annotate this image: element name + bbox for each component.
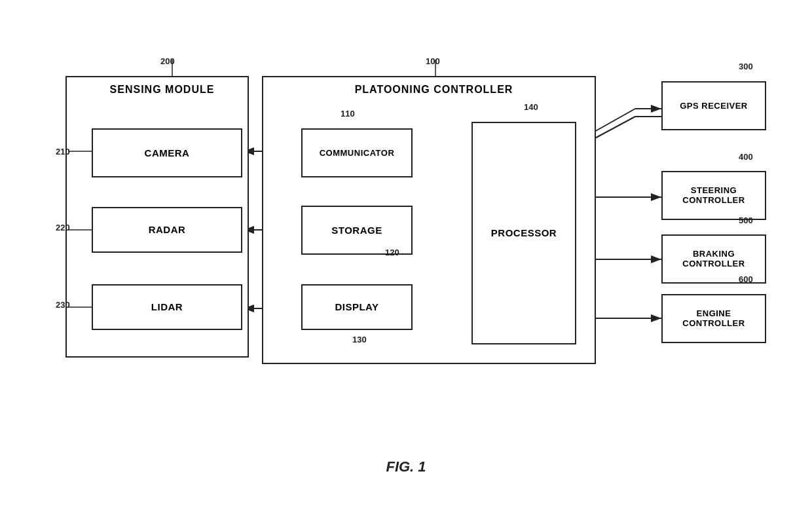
processor-block: PROCESSOR xyxy=(471,122,576,344)
steering-controller-block: STEERING CONTROLLER xyxy=(661,171,766,220)
engine-controller-block: ENGINE CONTROLLER xyxy=(661,294,766,343)
camera-block: CAMERA xyxy=(92,128,242,177)
communicator-block: COMMUNICATOR xyxy=(301,128,413,177)
label-200: 200 xyxy=(160,56,175,66)
lidar-block: LIDAR xyxy=(92,284,242,330)
sensing-module-label: SENSING MODULE xyxy=(110,84,215,96)
label-300: 300 xyxy=(739,62,753,71)
label-210: 210 xyxy=(56,147,70,157)
radar-block: RADAR xyxy=(92,207,242,253)
display-block: DISPLAY xyxy=(301,284,413,330)
label-230: 230 xyxy=(56,300,70,310)
label-100: 100 xyxy=(426,56,440,66)
label-600: 600 xyxy=(739,274,753,284)
platooning-controller-label: PLATOONING CONTROLLER xyxy=(355,84,513,96)
figure-label: FIG. 1 xyxy=(386,458,426,475)
label-400: 400 xyxy=(739,152,753,162)
gps-receiver-block: GPS RECEIVER xyxy=(661,81,766,130)
label-120: 120 xyxy=(385,248,399,257)
label-500: 500 xyxy=(739,215,753,225)
label-110: 110 xyxy=(341,109,355,119)
diagram: SENSING MODULE 200 CAMERA 210 RADAR 220 … xyxy=(46,37,766,482)
label-220: 220 xyxy=(56,223,70,232)
label-140: 140 xyxy=(524,102,538,112)
label-130: 130 xyxy=(352,335,367,344)
